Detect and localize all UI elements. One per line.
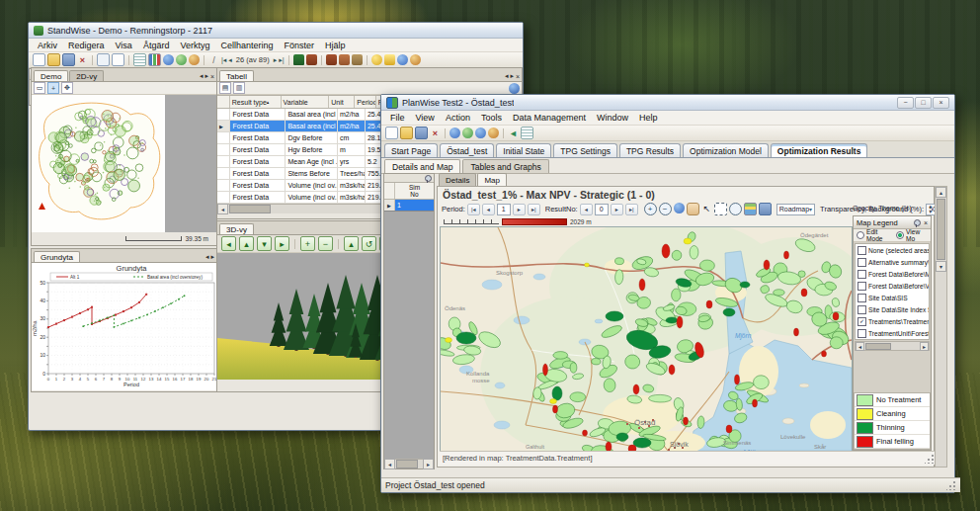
period-value[interactable]: 1 bbox=[497, 204, 511, 215]
stand-map-view[interactable] bbox=[32, 95, 216, 232]
minimize-button[interactable]: − bbox=[897, 97, 914, 109]
pan-left-button[interactable]: ◂ bbox=[221, 236, 236, 251]
sw-menu-åtgärd[interactable]: Åtgärd bbox=[138, 41, 175, 50]
nav-prev-icon[interactable]: ◂ bbox=[228, 56, 232, 64]
refresh-icon[interactable] bbox=[449, 128, 460, 138]
pw-menu-action[interactable]: Action bbox=[441, 113, 475, 123]
layer-item[interactable]: TreatmentUnit\Forest Do bbox=[856, 327, 929, 339]
scroll-left-icon[interactable]: ◂ bbox=[505, 72, 509, 80]
map-vscrollbar[interactable]: ▴ ▾ bbox=[935, 186, 947, 468]
zoom-out-button[interactable]: − bbox=[318, 236, 333, 251]
subtab-details-and-map[interactable]: Details and Map bbox=[384, 159, 460, 173]
planwise-titlebar[interactable]: PlanWise Test2 - Östad_test − □ × bbox=[381, 95, 954, 111]
back-icon[interactable]: ◄ bbox=[508, 128, 519, 138]
delete-icon[interactable]: × bbox=[430, 128, 441, 138]
new-icon[interactable] bbox=[385, 127, 398, 139]
pw-menu-view[interactable]: View bbox=[411, 113, 440, 123]
report-icon[interactable] bbox=[521, 127, 533, 139]
period-next-icon[interactable]: ▸ bbox=[513, 204, 526, 215]
map-canvas[interactable]: SkogstorpÖdenäsKollandamosseÖstadSjövikS… bbox=[440, 226, 853, 452]
maximize-button[interactable]: □ bbox=[915, 97, 932, 109]
tab-3d-vy[interactable]: 3D-vy bbox=[219, 223, 254, 234]
layer-item[interactable]: Site Data\SIS bbox=[856, 292, 929, 303]
scroll-left-icon[interactable]: ◂ bbox=[384, 459, 395, 469]
table-icon[interactable] bbox=[133, 53, 146, 66]
pw-menu-window[interactable]: Window bbox=[592, 113, 633, 123]
result-prev-icon[interactable]: ◂ bbox=[580, 204, 593, 215]
tab-tpg-settings[interactable]: TPG Settings bbox=[553, 143, 617, 157]
close-button[interactable]: × bbox=[933, 97, 949, 109]
rotate-left-button[interactable]: ↺ bbox=[362, 236, 376, 251]
close-panel-icon[interactable]: × bbox=[210, 73, 214, 80]
layer-item[interactable]: ✓Treatments\Treatment bbox=[856, 315, 929, 327]
pw-menu-tools[interactable]: Tools bbox=[476, 113, 507, 123]
house-icon[interactable] bbox=[384, 54, 395, 65]
zoom-tool-icon[interactable]: + bbox=[47, 82, 59, 94]
info-icon[interactable] bbox=[189, 54, 200, 65]
standwise-titlebar[interactable]: StandWise - Demo - Remningstorp - 2117 bbox=[29, 23, 523, 39]
layer-item[interactable]: Alternative summary\Ne bbox=[856, 256, 929, 268]
radio-edit-mode[interactable]: Edit Mode bbox=[857, 228, 892, 242]
legend-hscrollbar[interactable]: ◂ ▸ bbox=[855, 341, 930, 351]
sw-menu-cellhantering[interactable]: Cellhantering bbox=[215, 41, 278, 50]
cleaning-icon[interactable] bbox=[339, 54, 350, 65]
run-icon[interactable] bbox=[397, 54, 408, 65]
close-icon[interactable]: × bbox=[924, 219, 928, 226]
export-map-icon[interactable] bbox=[759, 203, 772, 215]
sim-grid[interactable]: Sim No ▶ 1 bbox=[384, 183, 434, 212]
scroll-right-icon[interactable]: ▸ bbox=[423, 459, 434, 469]
scroll-left-icon[interactable]: ◂ bbox=[205, 253, 209, 261]
zoom-select-icon[interactable] bbox=[729, 203, 742, 215]
subtab-tables-and-graphs[interactable]: Tables and Graphs bbox=[462, 159, 548, 173]
chart-icon[interactable] bbox=[148, 53, 161, 66]
column-header-unit[interactable]: Unit bbox=[329, 96, 355, 108]
scroll-right-icon[interactable]: ▸ bbox=[510, 72, 514, 80]
select-tool-icon[interactable]: ▭ bbox=[34, 82, 45, 94]
spinner-icon[interactable]: ▴▾ bbox=[929, 203, 932, 214]
sw-menu-arkiv[interactable]: Arkiv bbox=[33, 41, 62, 50]
sw-menu-fönster[interactable]: Fönster bbox=[279, 41, 319, 50]
scrollbar-thumb[interactable] bbox=[937, 199, 945, 260]
world-icon[interactable] bbox=[488, 128, 499, 138]
pin-icon[interactable] bbox=[425, 175, 432, 182]
pointer-icon[interactable]: ↖ bbox=[701, 203, 712, 213]
tab-start-page[interactable]: Start Page bbox=[384, 143, 438, 157]
sw-menu-verktyg[interactable]: Verktyg bbox=[175, 41, 214, 50]
basemap-select[interactable]: Roadmap▾ bbox=[776, 204, 815, 215]
pan-right-button[interactable]: ▸ bbox=[275, 236, 289, 251]
stop-icon[interactable] bbox=[410, 54, 421, 65]
pw-menu-help[interactable]: Help bbox=[634, 113, 663, 123]
column-header-period-0[interactable]: Period 0 bbox=[355, 96, 375, 108]
scroll-left-icon[interactable]: ◂ bbox=[856, 342, 864, 351]
tab-grundyta[interactable]: Grundyta bbox=[34, 251, 80, 262]
delete-icon[interactable]: × bbox=[77, 54, 88, 65]
scroll-down-icon[interactable]: ▾ bbox=[936, 261, 946, 272]
result-value[interactable]: 0 bbox=[595, 204, 609, 215]
layer-checkbox-list[interactable]: None (selected areas)Alternative summary… bbox=[855, 243, 930, 340]
sw-menu-visa[interactable]: Visa bbox=[111, 41, 137, 50]
export-table-icon[interactable]: ▤ bbox=[219, 82, 231, 94]
open-icon[interactable] bbox=[400, 127, 413, 139]
tab-optimization-model[interactable]: Optimization Model bbox=[683, 143, 769, 157]
zoom-out-icon[interactable]: − bbox=[659, 203, 672, 215]
scroll-right-icon[interactable]: ▸ bbox=[210, 253, 214, 261]
regeneration-icon[interactable] bbox=[352, 54, 363, 65]
nav-next-icon[interactable]: ▸ bbox=[274, 56, 278, 64]
pan-icon[interactable] bbox=[687, 203, 699, 215]
forward-button[interactable]: ▴ bbox=[344, 236, 359, 251]
update-icon[interactable] bbox=[475, 128, 486, 138]
period-last-icon[interactable]: ▸| bbox=[528, 204, 540, 215]
pan-down-button[interactable]: ▾ bbox=[257, 236, 272, 251]
period-first-icon[interactable]: |◂ bbox=[467, 204, 480, 215]
tab-tpg-results[interactable]: TPG Results bbox=[619, 143, 681, 157]
scroll-right-icon[interactable]: ▸ bbox=[920, 342, 929, 351]
pw-menu-data-management[interactable]: Data Management bbox=[508, 113, 591, 123]
layers-icon[interactable] bbox=[744, 203, 757, 215]
radio-view-mo[interactable]: View Mo bbox=[896, 228, 928, 242]
new-icon[interactable] bbox=[33, 53, 45, 66]
close-panel-icon[interactable]: × bbox=[516, 73, 520, 80]
sw-menu-hjälp[interactable]: Hjälp bbox=[320, 41, 351, 50]
scrollbar-thumb[interactable] bbox=[865, 343, 891, 350]
felling-icon[interactable] bbox=[326, 54, 337, 65]
copy-table-icon[interactable]: ▥ bbox=[233, 82, 245, 94]
